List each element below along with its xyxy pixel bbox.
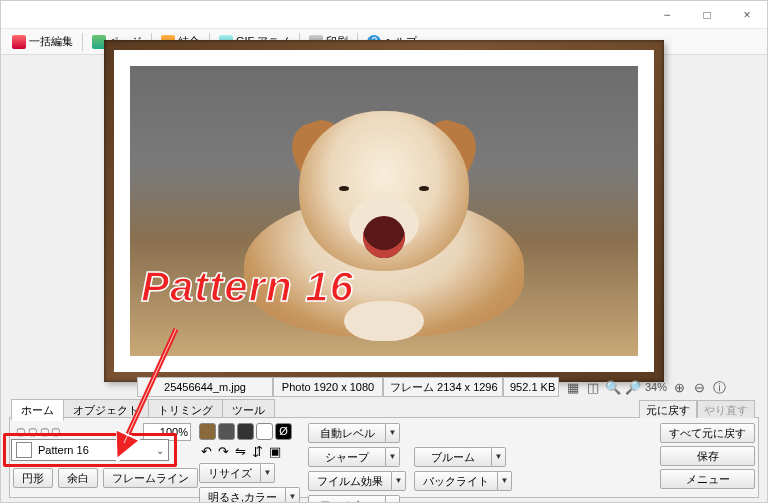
batch-edit-label: 一括編集 [29, 34, 73, 49]
backlight-button[interactable]: バックライト [414, 471, 498, 491]
swatch-1[interactable] [199, 423, 216, 440]
right-button-col: すべて元に戻す 保存 メニュー [660, 423, 755, 489]
swatch-2[interactable] [218, 423, 235, 440]
batch-edit-button[interactable]: 一括編集 [5, 31, 80, 52]
zoom-in-icon[interactable]: 🔍 [605, 380, 620, 395]
brightness-dd-icon[interactable]: ▼ [286, 487, 300, 503]
swatch-col: Ø ↶ ↷ ⇋ ⇵ ▣ リサイズ ▼ 明るさ,カラー ▼ [199, 423, 300, 492]
filter-button[interactable]: フィルター [308, 495, 386, 503]
batch-edit-icon [12, 35, 26, 49]
toolbar-divider [82, 33, 83, 51]
photo-image [130, 66, 638, 356]
backlight-dd-icon[interactable]: ▼ [498, 471, 512, 491]
film-effect-dd-icon[interactable]: ▼ [392, 471, 406, 491]
effect-col-1: 自動レベル ▼ シャープ ▼ フイルム効果 ▼ フィルター ▼ [308, 423, 406, 492]
frame-mat [114, 50, 654, 372]
shape-row: 円形 余白 フレームライン [13, 468, 198, 488]
title-bar: − □ × [1, 1, 767, 29]
crop-tool-icon[interactable]: ▣ [267, 444, 282, 459]
zoom-plus-icon[interactable]: ⊕ [672, 380, 687, 395]
sharpen-button[interactable]: シャープ [308, 447, 386, 467]
pattern-swatch-icon [16, 442, 32, 458]
bloom-dd-icon[interactable]: ▼ [492, 447, 506, 467]
filter-dd-icon[interactable]: ▼ [386, 495, 400, 503]
close-button[interactable]: × [727, 1, 767, 29]
status-filesize: 952.1 KB [503, 377, 559, 397]
menu-button[interactable]: メニュー [660, 469, 755, 489]
resize-dd-icon[interactable]: ▼ [261, 463, 275, 483]
pattern-dropdown[interactable]: Pattern 16 ⌄ [11, 439, 169, 461]
status-frame-dim: フレーム 2134 x 1296 [383, 377, 503, 397]
auto-level-button[interactable]: 自動レベル [308, 423, 386, 443]
canvas-area[interactable] [1, 55, 767, 377]
status-filename: 25456644_m.jpg [137, 377, 273, 397]
frameline-button[interactable]: フレームライン [103, 468, 198, 488]
chevron-down-icon: ⌄ [156, 445, 164, 456]
rotate-right-icon[interactable]: ↷ [216, 444, 231, 459]
swatch-none-icon[interactable]: Ø [275, 423, 292, 440]
save-button[interactable]: 保存 [660, 446, 755, 466]
swatch-4[interactable] [256, 423, 273, 440]
minimize-button[interactable]: − [647, 1, 687, 29]
pattern-selected-label: Pattern 16 [38, 444, 89, 456]
pattern-dropdown-wrap: Pattern 16 ⌄ [11, 439, 169, 461]
resize-button[interactable]: リサイズ [199, 463, 261, 483]
zoom-out-icon[interactable]: 🔎 [625, 380, 640, 395]
zoom-value: 34% [645, 381, 667, 393]
picture-frame [104, 40, 664, 382]
flip-h-icon[interactable]: ⇋ [233, 444, 248, 459]
status-photo-dim: Photo 1920 x 1080 [273, 377, 383, 397]
rotate-left-icon[interactable]: ↶ [199, 444, 214, 459]
film-effect-button[interactable]: フイルム効果 [308, 471, 392, 491]
circle-button[interactable]: 円形 [13, 468, 53, 488]
flip-v-icon[interactable]: ⇵ [250, 444, 265, 459]
effect-col-2: ブルーム ▼ バックライト ▼ [414, 423, 512, 492]
sharpen-dd-icon[interactable]: ▼ [386, 447, 400, 467]
status-bar: 25456644_m.jpg Photo 1920 x 1080 フレーム 21… [137, 377, 757, 397]
margin-button[interactable]: 余白 [58, 468, 98, 488]
info-icon[interactable]: ⓘ [712, 380, 727, 395]
auto-level-dd-icon[interactable]: ▼ [386, 423, 400, 443]
swatch-3[interactable] [237, 423, 254, 440]
zoom-minus-icon[interactable]: ⊖ [692, 380, 707, 395]
bloom-button[interactable]: ブルーム [414, 447, 492, 467]
maximize-button[interactable]: □ [687, 1, 727, 29]
undo-all-button[interactable]: すべて元に戻す [660, 423, 755, 443]
crop-icon[interactable]: ◫ [585, 380, 600, 395]
grid-icon[interactable]: ▦ [565, 380, 580, 395]
brightness-color-button[interactable]: 明るさ,カラー [199, 487, 286, 503]
tab-home[interactable]: ホーム [11, 399, 64, 421]
